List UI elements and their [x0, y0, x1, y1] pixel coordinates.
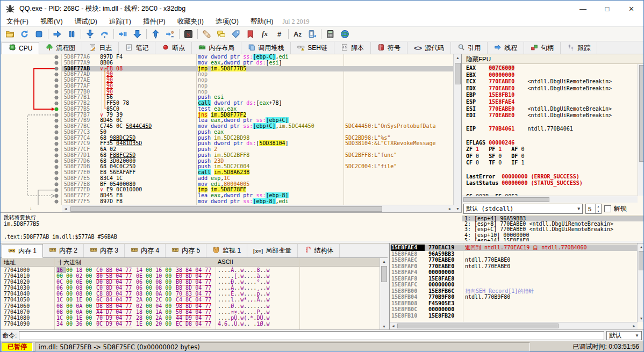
- dump-row[interactable]: 7704109034 00 36 000C D9 04 771E 00 20 0…: [1, 321, 380, 327]
- stack-row[interactable]: 15E8FB04770B9F80ntdll.770B9F80: [390, 294, 637, 300]
- dump-tab-内存 3[interactable]: 内存 3: [84, 244, 125, 257]
- register-line[interactable]: EBP 15E8FB10: [466, 92, 637, 99]
- tab-跟踪[interactable]: 跟踪: [561, 42, 597, 54]
- command-input[interactable]: [19, 331, 604, 340]
- step-into-icon[interactable]: [83, 27, 97, 40]
- register-line[interactable]: OF 0 SF 0 DF 0: [466, 153, 637, 160]
- disassembly-pane[interactable]: 5D8F77A6897D F4mov dword ptr ss:[ebp-C],…: [1, 54, 462, 242]
- disasm-row[interactable]: 5D8F77B2 │FF50 78call dword ptr ds:[eax+…: [62, 100, 454, 106]
- registers-vscrollbar[interactable]: [638, 64, 644, 196]
- unlock-checkbox[interactable]: [604, 205, 611, 212]
- disasm-row[interactable]: 5D8F77BCC745 0C 5044C45Dmov dword ptr ss…: [62, 124, 454, 130]
- disasm-vscrollbar[interactable]: ▲ ▼: [453, 54, 461, 212]
- bookmarks-icon[interactable]: [243, 27, 257, 40]
- stack-row[interactable]: 15E8FAF0770EABE0ntdll.770EABE0: [390, 263, 637, 270]
- register-line[interactable]: ECX 770EABE0 <ntdll.DbgUiRemoteBreakin>: [466, 78, 637, 85]
- tab-句柄[interactable]: 句柄: [524, 42, 561, 54]
- register-line[interactable]: ZF 1 PF 1 AF 0: [466, 146, 637, 153]
- tab-调用堆栈[interactable]: 调用堆栈: [241, 42, 291, 54]
- stack-row[interactable]: 15E8FAEC770EABE0ntdll.770EABE0: [390, 257, 637, 263]
- tab-内存布局[interactable]: 内存布局: [192, 42, 241, 54]
- scylla-icon[interactable]: S: [181, 27, 196, 40]
- scroll-thumb[interactable]: [639, 251, 644, 270]
- register-line[interactable]: ESI 770EABE0 <ntdll.DbgUiRemoteBreakin>: [466, 106, 637, 113]
- menu-文件F[interactable]: 文件(F): [1, 18, 34, 25]
- register-line[interactable]: LastError 00000000 (ERROR_SUCCESS): [466, 174, 637, 181]
- dump-row[interactable]: 7704106008 00 0A 00D8 8B 04 7702 00 04 0…: [1, 303, 380, 309]
- command-profile-select[interactable]: 默认 ▼: [606, 331, 642, 340]
- stack-row[interactable]: 15E8FB1015E8FB20: [390, 313, 637, 319]
- dump-row[interactable]: 770410200C 00 0E 00D0 8D 04 7706 00 08 0…: [1, 279, 380, 285]
- hide-fpu-button[interactable]: 隐藏FPU: [462, 54, 644, 64]
- scroll-thumb[interactable]: [381, 266, 387, 282]
- disasm-row[interactable]: 5D8F77F5897D F8mov dword ptr ss:[ebp-8],…: [62, 199, 454, 205]
- scroll-thumb[interactable]: [463, 197, 549, 202]
- stack-pane[interactable]: 15E8FAE4770EAC19返回到 ntdll.770EAC19 自 ntd…: [389, 243, 644, 329]
- register-line[interactable]: EDI 770EABE0 <ntdll.DbgUiRemoteBreakin>: [466, 112, 637, 119]
- dump-row[interactable]: 7704101000 00 02 0080 5B 04 770E 00 10 0…: [1, 273, 380, 279]
- tab-源代码[interactable]: <>源代码: [407, 42, 451, 54]
- restart-icon[interactable]: [17, 27, 32, 40]
- minimize-button[interactable]: —: [571, 1, 595, 17]
- disasm-row[interactable]: 5D8F77AD │90nop: [62, 71, 454, 77]
- scroll-up-icon[interactable]: ▲: [454, 54, 462, 61]
- run-to-icon[interactable]: [116, 27, 130, 40]
- dump-tab-局部变量[interactable]: [x=]局部变量: [247, 244, 298, 257]
- sms-icon[interactable]: [305, 27, 319, 40]
- disasm-row[interactable]: 5D8F77AB∨┌EB 08jmp im.5D8F77B5: [62, 66, 454, 72]
- pause-icon[interactable]: [65, 27, 79, 40]
- tab-脚本[interactable]: 脚本: [334, 42, 371, 54]
- step-out-icon[interactable]: [130, 27, 145, 40]
- scroll-thumb[interactable]: [639, 65, 644, 162]
- tab-符号[interactable]: 符号: [371, 42, 407, 54]
- tab-断点[interactable]: 断点: [155, 42, 192, 54]
- disasm-row[interactable]: 5D8F77C9FF35 0481D35Dpush dword ptr ds:[…: [62, 141, 454, 147]
- menu-插件P[interactable]: 插件(P): [137, 18, 171, 25]
- stack-row[interactable]: 15E8FB0C00000000: [390, 306, 637, 313]
- disasm-hscrollbar[interactable]: ◄ ►: [62, 205, 454, 212]
- tab-SEH链[interactable]: SEH链: [291, 42, 334, 54]
- run-icon[interactable]: [50, 27, 65, 40]
- tab-线程[interactable]: 线程: [488, 42, 524, 54]
- menu-帮助H[interactable]: 帮助(H): [245, 18, 279, 25]
- scroll-left-icon[interactable]: ◄: [62, 205, 69, 212]
- registers-hscrollbar[interactable]: [462, 196, 638, 203]
- patch-icon[interactable]: [199, 27, 214, 40]
- close-button[interactable]: ✕: [619, 1, 643, 17]
- scroll-right-icon[interactable]: ►: [446, 205, 454, 212]
- open-icon[interactable]: [3, 27, 17, 40]
- scroll-down-icon[interactable]: ▼: [454, 205, 462, 212]
- run-user-icon[interactable]: [163, 27, 177, 40]
- register-line[interactable]: CF 0 TF 0 IF 1: [466, 160, 637, 167]
- dump-vscrollbar[interactable]: ▲ ▼: [380, 258, 388, 330]
- register-line[interactable]: [466, 119, 637, 126]
- register-line[interactable]: ESP 15E8FAE4: [466, 99, 637, 106]
- scroll-up-icon[interactable]: ▲: [380, 258, 388, 265]
- scroll-thumb[interactable]: [70, 206, 382, 212]
- dump-row[interactable]: 7704103006 00 08 00C0 8D 04 7706 00 08 0…: [1, 285, 380, 291]
- spinner-arrows-icon[interactable]: ▲▼: [595, 204, 601, 213]
- tab-引用[interactable]: 引用: [451, 42, 488, 54]
- run-up-icon[interactable]: [148, 27, 163, 40]
- registers-pane[interactable]: 隐藏FPU EAX 007C6000EBX 00000000ECX 770EAB…: [462, 54, 644, 242]
- globe-icon[interactable]: [338, 27, 352, 40]
- strings-icon[interactable]: Az: [290, 27, 305, 40]
- calculator-icon[interactable]: [323, 27, 338, 40]
- dump-tab-内存 2[interactable]: 内存 2: [43, 244, 84, 257]
- menu-调试D[interactable]: 调试(D): [69, 18, 103, 25]
- stop-icon[interactable]: [32, 27, 46, 40]
- scroll-thumb[interactable]: [397, 324, 559, 328]
- dump-tab-内存 4[interactable]: 内存 4: [125, 244, 166, 257]
- maximize-button[interactable]: □: [595, 1, 619, 17]
- register-line[interactable]: EBX 00000000: [466, 72, 637, 79]
- scroll-left-icon[interactable]: ◄: [390, 322, 397, 329]
- scroll-up-icon[interactable]: ▲: [638, 243, 644, 250]
- step-over-icon[interactable]: [97, 27, 112, 40]
- stack-row[interactable]: 15E8FAE4770EAC19返回到 ntdll.770EAC19 自 ntd…: [390, 245, 637, 251]
- scroll-down-icon[interactable]: ▼: [638, 315, 644, 322]
- comments-icon[interactable]: [214, 27, 228, 40]
- menu-收藏夹I[interactable]: 收藏夹(I): [171, 18, 210, 25]
- stack-hscrollbar[interactable]: ◄ ►: [390, 322, 638, 329]
- stack-vscrollbar[interactable]: ▲ ▼: [637, 243, 644, 322]
- register-line[interactable]: [466, 167, 637, 174]
